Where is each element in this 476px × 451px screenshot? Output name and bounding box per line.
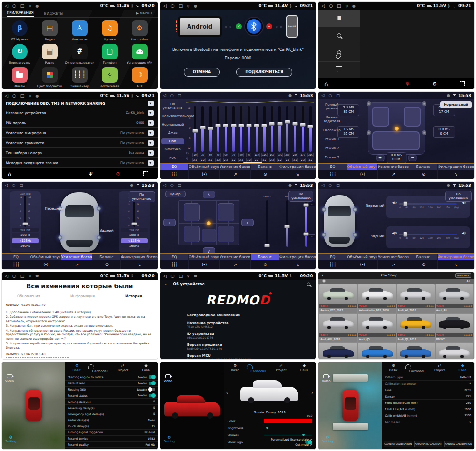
dropdown-arrow-icon[interactable]: ▼ (148, 140, 154, 146)
dropdown-arrow-icon[interactable]: ▼ (148, 160, 154, 166)
tab-history[interactable]: История (125, 294, 142, 298)
settings-row[interactable]: Тон набора номера Без звука ▼ (2, 148, 158, 158)
app-icon[interactable]: ▤ Радио (35, 42, 65, 64)
eq-slider-handle[interactable] (300, 123, 306, 127)
calib-row[interactable]: Car model ∨ (382, 419, 474, 425)
sidebar-item-delete[interactable] (318, 62, 360, 79)
back-icon[interactable]: ◁ (163, 183, 166, 187)
connect-button[interactable]: ПОДКЛЮЧИТЬСЯ (236, 68, 292, 77)
recents-icon[interactable]: □ (336, 93, 340, 98)
dropdown-arrow-icon[interactable]: ▼ (148, 120, 154, 126)
car-card[interactable]: ¥30.0 ★★★★★ Audi_Q8_2018 (397, 314, 435, 342)
back-icon[interactable]: ◁ (163, 3, 167, 8)
audio-tab[interactable]: Усиление басов ↗ (377, 164, 409, 179)
audio-tab[interactable]: Усиление басов ↗ (219, 164, 251, 179)
car-card[interactable]: ¥30.0 ★★★★★ Audi_A8L_2018 (319, 314, 357, 342)
slider-track[interactable] (305, 200, 307, 247)
eq-slider[interactable] (294, 106, 296, 152)
panel-tab[interactable]: ⚙ Basic (382, 362, 405, 374)
gear-icon[interactable]: ⚙ (116, 171, 120, 177)
dropdown-arrow-icon[interactable]: ▼ (148, 130, 154, 136)
audio-tab[interactable]: EQ ┆┆┆ (160, 254, 188, 269)
car-card[interactable]: ¥30.0 ★★★★★ AstonMartin_DBS_2020 (358, 284, 396, 313)
frame-icon[interactable] (460, 81, 465, 86)
home-icon[interactable]: ○ (328, 93, 332, 98)
filter-slider[interactable] (399, 234, 457, 235)
panel-tab[interactable]: Carmodel (88, 362, 111, 374)
app-icon[interactable]: Установщик APK (125, 42, 155, 64)
app-icon[interactable]: ↻ Перезагрузка (5, 42, 35, 64)
color-swatch[interactable] (264, 419, 312, 423)
dropdown-arrow-icon[interactable]: ▼ (148, 110, 154, 116)
app-icon[interactable]: adbWireless (95, 66, 125, 88)
panel-tab[interactable]: Carmodel (405, 362, 428, 374)
eq-slider[interactable] (201, 106, 204, 152)
arrow-up-button[interactable]: ∧ (203, 191, 215, 198)
recents-icon[interactable]: □ (178, 3, 183, 8)
next-model-button[interactable]: › (311, 390, 313, 396)
setting-row[interactable]: Radar delay(s) Close (65, 417, 158, 423)
settings-row[interactable]: Мелодия входящего звонка По умолчанию ▼ (2, 158, 158, 168)
app-icon[interactable]: # Суперпользователь (65, 42, 95, 64)
recents-icon[interactable]: □ (20, 274, 25, 278)
freq-option[interactable]: 160Hz (12, 244, 39, 248)
app-icon[interactable]: ┆┆┆ Эквалайзер (65, 66, 95, 88)
home-icon[interactable]: ⌂ (8, 170, 11, 177)
audio-tab[interactable]: EQ ┆┆┆ (2, 254, 30, 269)
audio-tab[interactable]: Фильтрация басов ↘ (279, 254, 316, 269)
audio-tab[interactable]: EQ ┆┆┆ (160, 164, 188, 179)
slider-handle[interactable] (403, 201, 407, 206)
panel-tab[interactable]: ⇄ Project (428, 362, 451, 374)
market-button[interactable]: ▶ МАРКЕТ (136, 11, 153, 15)
panel-tab[interactable]: Carmodel (247, 362, 269, 374)
panel-tab[interactable]: ⇄ Project (111, 362, 134, 374)
delay-rear-right[interactable]: 0.0 MS 0 CM (433, 126, 455, 137)
prev-model-button[interactable]: ‹ (226, 390, 228, 396)
settings-row[interactable]: Усиление микрофона По умолчанию ▼ (2, 128, 158, 138)
sidebar-item-list[interactable]: ≣ (318, 10, 360, 27)
default-button[interactable]: По умолчанию (288, 191, 313, 202)
slider-dot[interactable] (266, 427, 268, 429)
home-icon[interactable]: ○ (171, 274, 175, 278)
app-icon[interactable]: β БТ Музыка (5, 19, 35, 41)
eq-preset[interactable]: Нормальный (161, 122, 184, 127)
car-card[interactable]: ¥30.0 ★★★★★ Audi_Q5 (358, 314, 396, 342)
audio-tab[interactable]: Усиление басов ↗ (219, 254, 251, 269)
sidebar-item-pair[interactable] (318, 44, 360, 62)
freq-option[interactable]: 100Hz (12, 233, 39, 237)
back-icon[interactable]: ◁ (5, 274, 8, 278)
eq-slider[interactable] (240, 106, 242, 152)
back-icon[interactable]: ◁ (321, 93, 324, 98)
tab-info[interactable]: Информация (70, 294, 95, 298)
center-button[interactable]: Центр (165, 191, 186, 197)
settings-row[interactable]: Название устройства CarKit_blink ▼ (2, 108, 158, 118)
setting-row[interactable]: Touch delay(s) 15 (65, 423, 158, 430)
slider-handle-lower[interactable] (303, 232, 309, 236)
tab-apps[interactable]: ПРИЛОЖЕНИЯ (7, 10, 34, 17)
car-card[interactable]: ¥30.0 ★★★★★ Aeolus_E70_2022 (319, 284, 357, 313)
home-icon[interactable]: ○ (170, 183, 174, 187)
audio-tab[interactable]: Фильтрация басов ↘ (120, 254, 157, 269)
panel-tab[interactable]: ◆ Calib (451, 362, 474, 374)
car-card[interactable] (319, 343, 357, 360)
audio-tab[interactable]: Баланс ⊙ (409, 164, 437, 179)
audio-tab[interactable]: Баланс ⊙ (409, 254, 437, 269)
cancel-button[interactable]: ОТМЕНА (184, 68, 220, 77)
audio-tab[interactable]: Фильтрация басов ↘ (437, 254, 474, 269)
about-item[interactable]: ID устройства 860110101201776 (187, 332, 312, 339)
setting-row[interactable]: Default rear Enable (65, 381, 158, 387)
setting-row[interactable]: Floating 360 Disable (65, 387, 158, 393)
settings-row[interactable]: Усиление громкости По умолчанию ▼ (2, 138, 158, 148)
about-item[interactable]: Версия прошивки RedMOD v.10A.TS10.1.49 (187, 343, 312, 350)
default-button[interactable]: По умолчанию (445, 191, 472, 202)
calib-row[interactable]: Calib width(AB in mm) 2300 (382, 412, 474, 419)
calibration-button[interactable]: CAMERA CALIBRATION (384, 441, 412, 447)
setting-row[interactable]: Record device USB2 (65, 436, 158, 442)
mute-icon[interactable]: ◀× (392, 231, 397, 235)
calib-row[interactable]: Pattern Type Pattern2 (382, 374, 474, 381)
eq-slider[interactable] (286, 106, 288, 152)
calib-row[interactable]: Front offset(EG in mm) 230 (382, 400, 474, 406)
about-item[interactable]: Версия MCU Ts10.1.1-100-991-A4C689-22051… (187, 353, 312, 360)
calib-row[interactable]: Lens 8255 (382, 387, 474, 393)
search-icon[interactable] (307, 283, 311, 286)
